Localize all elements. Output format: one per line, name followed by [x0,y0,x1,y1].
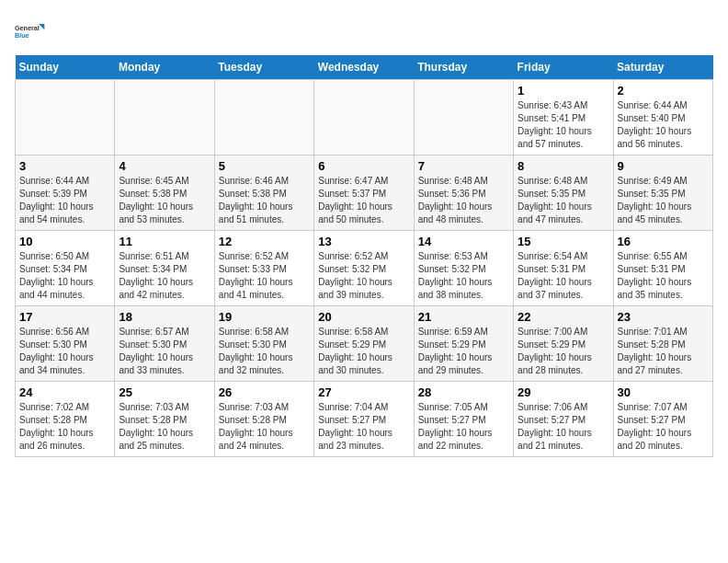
day-info: Sunrise: 6:58 AM Sunset: 5:29 PM Dayligh… [318,326,409,377]
calendar-cell: 25Sunrise: 7:03 AM Sunset: 5:28 PM Dayli… [115,382,214,457]
day-number: 13 [318,235,409,248]
day-number: 26 [219,385,310,399]
calendar-cell: 16Sunrise: 6:55 AM Sunset: 5:31 PM Dayli… [613,231,712,306]
calendar-cell: 30Sunrise: 7:07 AM Sunset: 5:27 PM Dayli… [613,382,712,457]
day-number: 10 [19,235,110,248]
day-info: Sunrise: 7:03 AM Sunset: 5:28 PM Dayligh… [219,401,310,453]
calendar-week-1: 1Sunrise: 6:43 AM Sunset: 5:41 PM Daylig… [16,80,713,155]
day-number: 17 [19,310,110,324]
calendar-cell: 12Sunrise: 6:52 AM Sunset: 5:33 PM Dayli… [214,231,313,306]
weekday-header-row: SundayMondayTuesdayWednesdayThursdayFrid… [16,55,713,80]
calendar-cell [314,80,414,155]
svg-text:Blue: Blue [15,31,29,40]
day-info: Sunrise: 6:58 AM Sunset: 5:30 PM Dayligh… [219,326,310,377]
calendar-body: 1Sunrise: 6:43 AM Sunset: 5:41 PM Daylig… [16,80,713,457]
calendar-cell: 27Sunrise: 7:04 AM Sunset: 5:27 PM Dayli… [314,382,414,457]
day-number: 6 [318,159,409,173]
weekday-monday: Monday [115,55,214,80]
svg-text:General: General [15,24,40,32]
day-info: Sunrise: 6:43 AM Sunset: 5:41 PM Dayligh… [518,99,609,151]
calendar-cell: 14Sunrise: 6:53 AM Sunset: 5:32 PM Dayli… [414,231,513,306]
weekday-tuesday: Tuesday [214,55,313,80]
day-info: Sunrise: 6:53 AM Sunset: 5:32 PM Dayligh… [418,250,509,302]
page-header: GeneralBlue [15,15,713,48]
calendar-cell: 28Sunrise: 7:05 AM Sunset: 5:27 PM Dayli… [414,382,513,457]
calendar-week-3: 10Sunrise: 6:50 AM Sunset: 5:34 PM Dayli… [16,231,713,306]
day-number: 12 [219,235,310,248]
calendar-week-5: 24Sunrise: 7:02 AM Sunset: 5:28 PM Dayli… [16,382,713,457]
logo-icon: GeneralBlue [15,15,48,48]
weekday-sunday: Sunday [16,55,115,80]
calendar-cell: 29Sunrise: 7:06 AM Sunset: 5:27 PM Dayli… [514,382,613,457]
calendar-cell: 6Sunrise: 6:47 AM Sunset: 5:37 PM Daylig… [314,155,414,231]
day-info: Sunrise: 7:00 AM Sunset: 5:29 PM Dayligh… [518,326,609,377]
weekday-friday: Friday [514,55,613,80]
day-info: Sunrise: 6:46 AM Sunset: 5:38 PM Dayligh… [219,175,310,226]
day-number: 9 [618,159,709,173]
day-info: Sunrise: 6:47 AM Sunset: 5:37 PM Dayligh… [318,175,409,226]
day-info: Sunrise: 7:06 AM Sunset: 5:27 PM Dayligh… [518,401,609,453]
calendar-cell [115,80,214,155]
svg-marker-2 [39,24,44,29]
calendar-cell: 22Sunrise: 7:00 AM Sunset: 5:29 PM Dayli… [514,306,613,382]
calendar-cell: 8Sunrise: 6:48 AM Sunset: 5:35 PM Daylig… [514,155,613,231]
day-number: 2 [618,84,709,98]
day-info: Sunrise: 7:02 AM Sunset: 5:28 PM Dayligh… [19,401,110,453]
day-number: 28 [418,385,509,399]
day-number: 3 [19,159,110,173]
day-info: Sunrise: 6:56 AM Sunset: 5:30 PM Dayligh… [19,326,110,377]
day-info: Sunrise: 6:52 AM Sunset: 5:33 PM Dayligh… [219,250,310,302]
day-number: 11 [119,235,210,248]
calendar-cell: 13Sunrise: 6:52 AM Sunset: 5:32 PM Dayli… [314,231,414,306]
weekday-saturday: Saturday [613,55,712,80]
calendar-cell: 1Sunrise: 6:43 AM Sunset: 5:41 PM Daylig… [514,80,613,155]
day-number: 24 [19,385,110,399]
day-info: Sunrise: 6:54 AM Sunset: 5:31 PM Dayligh… [518,250,609,302]
day-number: 30 [618,385,709,399]
calendar-cell [16,80,115,155]
day-number: 22 [518,310,609,324]
day-info: Sunrise: 7:01 AM Sunset: 5:28 PM Dayligh… [618,326,709,377]
logo: GeneralBlue [15,15,48,48]
day-info: Sunrise: 6:55 AM Sunset: 5:31 PM Dayligh… [618,250,709,302]
weekday-thursday: Thursday [414,55,513,80]
calendar-cell: 23Sunrise: 7:01 AM Sunset: 5:28 PM Dayli… [613,306,712,382]
calendar-cell: 19Sunrise: 6:58 AM Sunset: 5:30 PM Dayli… [214,306,313,382]
day-info: Sunrise: 6:59 AM Sunset: 5:29 PM Dayligh… [418,326,509,377]
calendar-cell: 24Sunrise: 7:02 AM Sunset: 5:28 PM Dayli… [16,382,115,457]
day-number: 8 [518,159,609,173]
calendar-cell: 4Sunrise: 6:45 AM Sunset: 5:38 PM Daylig… [115,155,214,231]
day-info: Sunrise: 6:45 AM Sunset: 5:38 PM Dayligh… [119,175,210,226]
day-info: Sunrise: 6:50 AM Sunset: 5:34 PM Dayligh… [19,250,110,302]
day-number: 27 [318,385,409,399]
calendar-table: SundayMondayTuesdayWednesdayThursdayFrid… [15,55,713,457]
day-number: 18 [119,310,210,324]
calendar-cell: 21Sunrise: 6:59 AM Sunset: 5:29 PM Dayli… [414,306,513,382]
calendar-cell: 7Sunrise: 6:48 AM Sunset: 5:36 PM Daylig… [414,155,513,231]
day-number: 5 [219,159,310,173]
day-number: 21 [418,310,509,324]
calendar-cell: 26Sunrise: 7:03 AM Sunset: 5:28 PM Dayli… [214,382,313,457]
day-info: Sunrise: 6:48 AM Sunset: 5:36 PM Dayligh… [418,175,509,226]
day-info: Sunrise: 6:48 AM Sunset: 5:35 PM Dayligh… [518,175,609,226]
calendar-cell: 20Sunrise: 6:58 AM Sunset: 5:29 PM Dayli… [314,306,414,382]
day-number: 19 [219,310,310,324]
calendar-cell: 17Sunrise: 6:56 AM Sunset: 5:30 PM Dayli… [16,306,115,382]
day-number: 15 [518,235,609,248]
day-info: Sunrise: 7:05 AM Sunset: 5:27 PM Dayligh… [418,401,509,453]
day-number: 7 [418,159,509,173]
calendar-week-2: 3Sunrise: 6:44 AM Sunset: 5:39 PM Daylig… [16,155,713,231]
day-info: Sunrise: 7:03 AM Sunset: 5:28 PM Dayligh… [119,401,210,453]
calendar-cell [214,80,313,155]
day-info: Sunrise: 6:49 AM Sunset: 5:35 PM Dayligh… [618,175,709,226]
day-number: 14 [418,235,509,248]
day-info: Sunrise: 7:04 AM Sunset: 5:27 PM Dayligh… [318,401,409,453]
calendar-cell: 2Sunrise: 6:44 AM Sunset: 5:40 PM Daylig… [613,80,712,155]
calendar-cell: 10Sunrise: 6:50 AM Sunset: 5:34 PM Dayli… [16,231,115,306]
calendar-cell: 3Sunrise: 6:44 AM Sunset: 5:39 PM Daylig… [16,155,115,231]
calendar-cell: 5Sunrise: 6:46 AM Sunset: 5:38 PM Daylig… [214,155,313,231]
day-info: Sunrise: 6:51 AM Sunset: 5:34 PM Dayligh… [119,250,210,302]
calendar-cell: 11Sunrise: 6:51 AM Sunset: 5:34 PM Dayli… [115,231,214,306]
calendar-header: SundayMondayTuesdayWednesdayThursdayFrid… [16,55,713,80]
day-info: Sunrise: 6:52 AM Sunset: 5:32 PM Dayligh… [318,250,409,302]
